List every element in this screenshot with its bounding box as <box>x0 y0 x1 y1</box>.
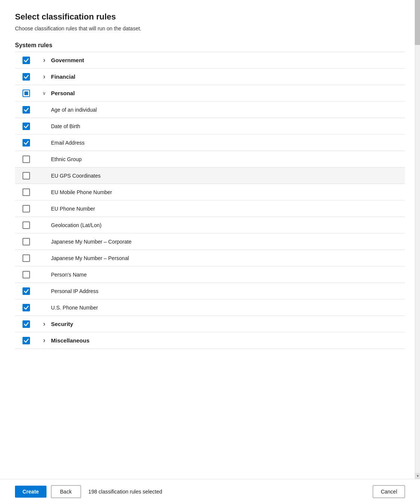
page-subtitle: Choose classification rules that will ru… <box>15 25 405 31</box>
checkbox-personal-ip[interactable] <box>22 287 30 295</box>
rule-list: GovernmentFinancialPersonalAge of an ind… <box>15 52 405 349</box>
rule-row-personal-ip[interactable]: Personal IP Address <box>15 283 405 299</box>
checkbox-area-ethnic-group <box>15 156 38 163</box>
checkbox-personal[interactable] <box>22 90 30 97</box>
rule-label-geolocation: Geolocation (Lat/Lon) <box>51 222 102 228</box>
chevron-right-icon <box>43 73 45 81</box>
rule-row-email-address[interactable]: Email Address <box>15 135 405 151</box>
checkmark-icon <box>24 140 29 145</box>
expand-area-miscellaneous[interactable] <box>38 336 51 344</box>
chevron-down-icon <box>42 90 46 96</box>
checkmark-icon <box>24 107 29 112</box>
checkbox-area-eu-gps <box>15 172 38 179</box>
checkbox-area-age-individual <box>15 106 38 114</box>
rule-label-date-of-birth: Date of Birth <box>51 123 80 129</box>
checkbox-area-date-of-birth <box>15 123 38 130</box>
back-button[interactable]: Back <box>51 485 81 498</box>
section-title: System rules <box>15 42 405 49</box>
rule-row-age-individual[interactable]: Age of an individual <box>15 102 405 118</box>
rule-label-eu-mobile-phone: EU Mobile Phone Number <box>51 189 112 195</box>
checkbox-area-email-address <box>15 139 38 147</box>
rule-label-persons-name: Person's Name <box>51 272 87 278</box>
rule-row-government[interactable]: Government <box>15 52 405 69</box>
checkbox-ethnic-group[interactable] <box>22 156 30 163</box>
checkbox-security[interactable] <box>22 320 30 328</box>
rule-label-personal-ip: Personal IP Address <box>51 288 99 294</box>
rule-label-email-address: Email Address <box>51 140 84 146</box>
checkbox-japanese-personal[interactable] <box>22 254 30 262</box>
rule-row-eu-mobile-phone[interactable]: EU Mobile Phone Number <box>15 184 405 200</box>
checkmark-icon <box>24 305 29 310</box>
rule-row-eu-gps[interactable]: EU GPS Coordinates <box>15 168 405 184</box>
rule-label-personal: Personal <box>51 90 75 96</box>
checkbox-area-eu-phone <box>15 205 38 212</box>
checkbox-area-us-phone <box>15 304 38 311</box>
rule-row-security[interactable]: Security <box>15 316 405 332</box>
chevron-right-icon <box>43 320 45 328</box>
rule-label-government: Government <box>51 57 84 63</box>
scroll-down-arrow[interactable]: ▼ <box>415 473 420 479</box>
checkbox-eu-gps[interactable] <box>22 172 30 179</box>
rule-row-personal[interactable]: Personal <box>15 85 405 102</box>
footer: Create Back 198 classification rules sel… <box>0 479 420 504</box>
cancel-button[interactable]: Cancel <box>373 485 405 498</box>
scrollbar[interactable]: ▲ ▼ <box>415 0 420 479</box>
checkbox-financial[interactable] <box>22 73 30 81</box>
page-title: Select classification rules <box>15 12 405 22</box>
checkbox-date-of-birth[interactable] <box>22 123 30 130</box>
checkbox-geolocation[interactable] <box>22 221 30 229</box>
rule-label-age-individual: Age of an individual <box>51 107 97 113</box>
checkbox-email-address[interactable] <box>22 139 30 147</box>
expand-area-security[interactable] <box>38 320 51 328</box>
checkbox-area-personal <box>15 90 38 97</box>
checkbox-age-individual[interactable] <box>22 106 30 114</box>
checkbox-government[interactable] <box>22 57 30 64</box>
checkbox-miscellaneous[interactable] <box>22 337 30 344</box>
create-button[interactable]: Create <box>15 486 46 498</box>
checkbox-persons-name[interactable] <box>22 271 30 278</box>
expand-area-government[interactable] <box>38 56 51 64</box>
checkbox-area-japanese-corporate <box>15 238 38 245</box>
checkbox-area-eu-mobile-phone <box>15 188 38 196</box>
checkmark-icon <box>24 74 29 79</box>
rule-row-ethnic-group[interactable]: Ethnic Group <box>15 151 405 168</box>
checkbox-area-security <box>15 320 38 328</box>
checkbox-area-japanese-personal <box>15 254 38 262</box>
scrollbar-thumb[interactable] <box>415 0 420 45</box>
rule-row-eu-phone[interactable]: EU Phone Number <box>15 200 405 217</box>
checkbox-area-financial <box>15 73 38 81</box>
checkbox-us-phone[interactable] <box>22 304 30 311</box>
checkmark-icon <box>24 322 29 327</box>
rule-label-eu-gps: EU GPS Coordinates <box>51 173 100 179</box>
rule-label-miscellaneous: Miscellaneous <box>51 337 90 344</box>
rule-row-geolocation[interactable]: Geolocation (Lat/Lon) <box>15 217 405 233</box>
expand-area-financial[interactable] <box>38 73 51 81</box>
rule-label-us-phone: U.S. Phone Number <box>51 305 98 311</box>
rule-label-financial: Financial <box>51 73 75 80</box>
checkbox-area-geolocation <box>15 221 38 229</box>
rule-label-japanese-personal: Japanese My Number – Personal <box>51 255 129 261</box>
rule-label-japanese-corporate: Japanese My Number – Corporate <box>51 239 132 245</box>
checkbox-eu-phone[interactable] <box>22 205 30 212</box>
rule-label-security: Security <box>51 321 73 327</box>
checkbox-eu-mobile-phone[interactable] <box>22 188 30 196</box>
rule-row-japanese-corporate[interactable]: Japanese My Number – Corporate <box>15 233 405 250</box>
checkmark-icon <box>24 58 29 63</box>
rule-row-us-phone[interactable]: U.S. Phone Number <box>15 299 405 316</box>
chevron-right-icon <box>43 336 45 344</box>
rule-label-ethnic-group: Ethnic Group <box>51 156 82 162</box>
checkbox-area-miscellaneous <box>15 337 38 344</box>
rule-row-date-of-birth[interactable]: Date of Birth <box>15 118 405 135</box>
rule-row-persons-name[interactable]: Person's Name <box>15 266 405 283</box>
checkbox-area-government <box>15 57 38 64</box>
checkmark-icon <box>24 289 29 294</box>
checkbox-japanese-corporate[interactable] <box>22 238 30 245</box>
checkmark-icon <box>24 124 29 129</box>
checkbox-area-personal-ip <box>15 287 38 295</box>
page-wrapper: Select classification rules Choose class… <box>0 0 420 504</box>
checkbox-area-persons-name <box>15 271 38 278</box>
rule-row-japanese-personal[interactable]: Japanese My Number – Personal <box>15 250 405 266</box>
rule-row-financial[interactable]: Financial <box>15 69 405 85</box>
expand-area-personal[interactable] <box>38 90 51 96</box>
rule-row-miscellaneous[interactable]: Miscellaneous <box>15 332 405 349</box>
